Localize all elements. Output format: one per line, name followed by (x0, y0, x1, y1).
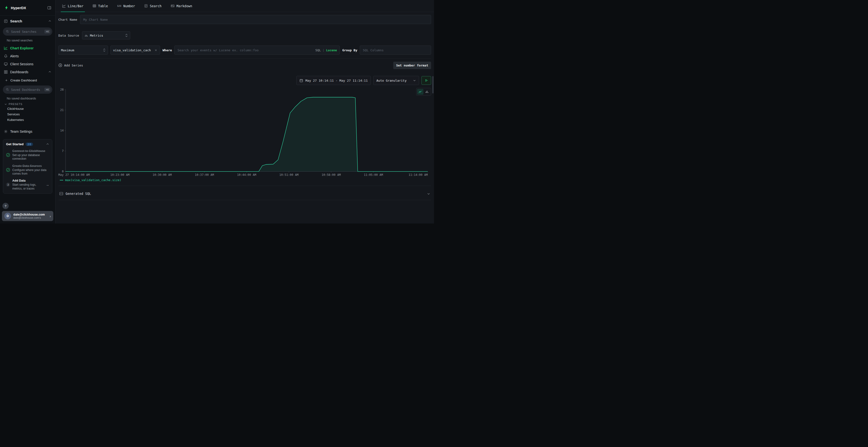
get-started-title: Get Started (6, 142, 24, 146)
step-subtitle: Start sending logs, metrics, or traces (12, 183, 43, 191)
add-circle-icon (58, 63, 62, 67)
step-subtitle: Configure where your data comes from (12, 168, 49, 176)
search-icon (6, 30, 9, 33)
date-range-value: May 27 10:14:11 - May 27 11:14:11 (306, 79, 368, 82)
panel-collapse-icon (47, 6, 51, 10)
user-subtitle: dale@clickhouse.com's (13, 216, 48, 219)
sidebar-item-dashboards[interactable]: Dashboards (0, 68, 55, 76)
svg-text:11:14:00 AM: 11:14:00 AM (409, 173, 428, 176)
client-sessions-label: Client Sessions (10, 62, 33, 66)
search-section-label: Search (10, 19, 22, 23)
metric-tag[interactable]: visa_validation_cach (111, 45, 160, 55)
dashboards-grid-icon (4, 70, 8, 74)
tab-line-bar[interactable]: Line/Bar (62, 0, 84, 12)
tab-markdown[interactable]: Markdown (171, 0, 192, 12)
arrow-right-icon[interactable]: → (45, 182, 49, 187)
chevron-up-icon (46, 143, 49, 146)
preset-item-clickhouse[interactable]: ClickHouse (0, 106, 55, 111)
gear-icon (4, 130, 8, 133)
chevron-up-icon (48, 20, 51, 23)
tab-search[interactable]: Search (144, 0, 161, 12)
tab-label: Search (150, 4, 161, 8)
svg-text:11:05:00 AM: 11:05:00 AM (364, 173, 383, 176)
step-title: Create Data Sources (12, 164, 49, 168)
toggle-divider: | (322, 48, 324, 52)
search-section-header[interactable]: Search (0, 15, 55, 27)
markdown-icon (171, 4, 175, 8)
sidebar-item-chart-explorer[interactable]: Chart Explorer (0, 44, 55, 52)
chart-controls: May 27 10:14:11 - May 27 11:14:11 Auto G… (296, 76, 431, 85)
svg-text:May 27 10:14:00 AM: May 27 10:14:00 AM (58, 173, 90, 176)
data-source-value: Metrics (90, 34, 123, 37)
brand[interactable]: HyperDX (4, 5, 26, 10)
plus-icon (5, 79, 8, 82)
user-menu[interactable]: D dale@clickhouse.com dale@clickhouse.co… (2, 211, 53, 221)
tab-label: Number (123, 4, 135, 8)
bell-icon (4, 54, 8, 58)
svg-text:28: 28 (60, 88, 64, 91)
date-range-picker[interactable]: May 27 10:14:11 - May 27 11:14:11 (296, 76, 371, 85)
add-series-button[interactable]: Add Series (58, 63, 83, 67)
chart-legend: max(visa_validation_cache.size) (60, 178, 121, 182)
where-input[interactable] (174, 45, 340, 55)
help-button[interactable]: ? (2, 203, 9, 209)
chart-type-tabbar: Line/Bar Table 123 Number Search Markdow… (56, 0, 434, 12)
step-number-badge: 3 (6, 182, 10, 187)
tab-number[interactable]: 123 Number (117, 0, 135, 12)
group-by-input[interactable] (360, 45, 431, 55)
saved-dashboards-input[interactable]: Saved Dashboards ⌘K (3, 85, 52, 94)
divider (58, 200, 431, 200)
preset-item-services[interactable]: Services (0, 111, 55, 117)
metrics-chart[interactable]: 07142128May 27 10:14:00 AM10:23:00 AM10:… (58, 86, 431, 178)
chevron-up-icon (48, 70, 51, 73)
metrics-icon (85, 34, 88, 37)
step-subtitle: Set up your database connection (12, 153, 49, 161)
chevron-down-icon (4, 103, 7, 105)
get-started-step-connect[interactable]: Connect to ClickHouse Set up your databa… (6, 149, 49, 161)
granularity-value: Auto Granularity (376, 79, 406, 82)
get-started-step-sources[interactable]: Create Data Sources Configure where your… (6, 164, 49, 176)
granularity-select[interactable]: Auto Granularity (373, 76, 419, 85)
table-icon (93, 4, 96, 8)
chart-line-icon (4, 46, 8, 50)
lucene-toggle[interactable]: Lucene (326, 48, 337, 52)
get-started-step-add-data[interactable]: 3 Add Data Start sending logs, metrics, … (6, 179, 49, 191)
saved-searches-input[interactable]: Saved Searches ⌘K (3, 28, 52, 36)
get-started-progress-badge: 2/3 (26, 143, 33, 146)
scrollbar-thumb[interactable] (432, 76, 434, 94)
sidebar-collapse-button[interactable] (47, 6, 51, 10)
chart-name-label: Chart Name (58, 18, 77, 22)
get-started-header[interactable]: Get Started 2/3 (6, 142, 49, 146)
sidebar-item-alerts[interactable]: Alerts (0, 52, 55, 60)
code-icon (59, 192, 63, 196)
aggregation-select[interactable]: Maximum (58, 45, 108, 55)
chart-name-input[interactable] (80, 15, 431, 24)
sql-toggle[interactable]: SQL (315, 48, 321, 52)
avatar: D (4, 213, 11, 219)
set-number-format-button[interactable]: Set number format (393, 62, 431, 69)
user-email: dale@clickhouse.com (13, 213, 48, 216)
svg-text:10:37:00 AM: 10:37:00 AM (195, 173, 214, 176)
svg-text:10:30:00 AM: 10:30:00 AM (153, 173, 172, 176)
data-source-select[interactable]: Metrics (82, 31, 130, 39)
chart-area: 07142128May 27 10:14:00 AM10:23:00 AM10:… (58, 86, 431, 179)
generated-sql-section[interactable]: Generated SQL (58, 189, 431, 198)
chart-name-row: Chart Name (58, 15, 431, 24)
tab-table[interactable]: Table (93, 0, 108, 12)
create-dashboard-button[interactable]: Create Dashboard (0, 76, 55, 84)
get-started-card: Get Started 2/3 Connect to ClickHouse Se… (3, 139, 52, 194)
monitor-icon (4, 62, 8, 66)
data-source-label: Data Source (58, 34, 79, 37)
tab-label: Table (98, 4, 108, 8)
remove-metric-button[interactable] (154, 49, 157, 52)
brand-name: HyperDX (11, 6, 26, 10)
main-content: Line/Bar Table 123 Number Search Markdow… (56, 0, 434, 224)
run-query-button[interactable] (422, 76, 431, 85)
sidebar-item-team-settings[interactable]: Team Settings (0, 128, 55, 135)
sidebar-item-client-sessions[interactable]: Client Sessions (0, 60, 55, 68)
where-label: Where (162, 48, 172, 52)
presets-toggle[interactable]: PRESETS (4, 103, 55, 105)
preset-item-kubernetes[interactable]: Kubernetes (0, 117, 55, 123)
group-by-label: Group By (342, 48, 357, 52)
saved-dashboards-placeholder: Saved Dashboards (11, 88, 42, 92)
